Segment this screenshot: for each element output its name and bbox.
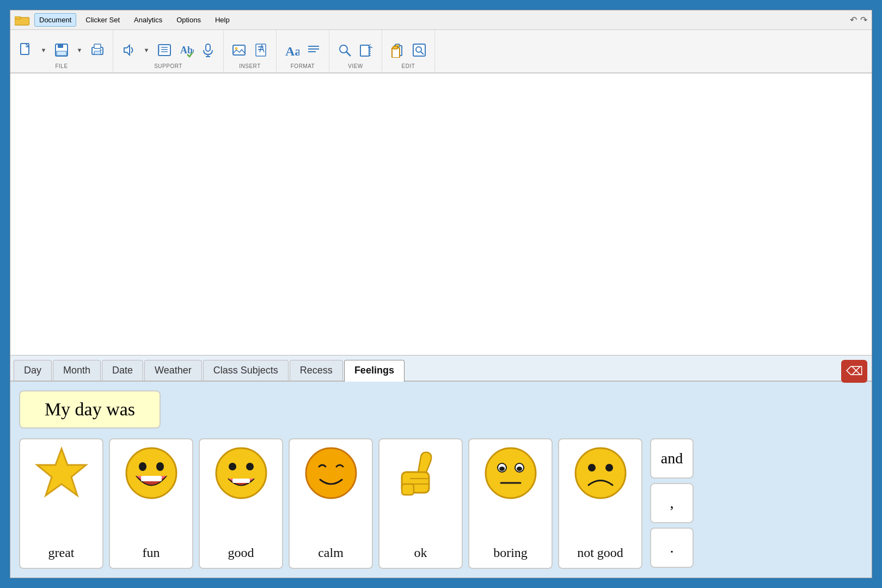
svg-point-49 [246, 463, 254, 470]
svg-line-32 [346, 52, 351, 56]
save-dropdown[interactable]: ▼ [74, 40, 85, 60]
feelings-grid: great [19, 438, 863, 569]
boring-label: boring [493, 546, 528, 560]
svg-rect-1 [15, 16, 21, 19]
save-button[interactable] [52, 40, 71, 60]
svg-rect-7 [94, 44, 101, 48]
search-button[interactable] [335, 40, 354, 60]
new-file-button[interactable] [16, 40, 35, 60]
app-window: Document Clicker Set Analytics Options H… [10, 10, 872, 578]
menu-help[interactable]: Help [210, 13, 235, 27]
feelings-panel: My day was great [10, 382, 872, 578]
toolbar-label-file: FILE [55, 63, 68, 69]
undo-button[interactable]: ↶ [850, 15, 857, 25]
great-emoji [34, 446, 89, 509]
menu-options[interactable]: Options [171, 13, 206, 27]
toolbar-label-support: SUPPORT [154, 63, 182, 69]
volume-dropdown[interactable]: ▼ [140, 40, 152, 60]
toolbar: ▼ ▼ FILE [10, 30, 872, 74]
tab-recess[interactable]: Recess [290, 360, 343, 381]
main-content-area[interactable] [10, 74, 872, 355]
tab-feelings[interactable]: Feelings [344, 360, 405, 382]
svg-text:Aa: Aa [285, 44, 299, 58]
feeling-card-good[interactable]: good [199, 438, 283, 569]
svg-point-45 [156, 462, 164, 471]
svg-point-63 [588, 464, 596, 471]
tab-date[interactable]: Date [102, 360, 143, 381]
toolbar-group-file: ▼ ▼ FILE [10, 30, 113, 72]
toolbar-group-format: Aa FORMAT [277, 30, 329, 72]
toolbar-label-insert: INSERT [239, 63, 261, 69]
tab-class-subjects[interactable]: Class Subjects [203, 360, 289, 381]
ok-emoji [394, 446, 448, 509]
feeling-card-boring[interactable]: boring [468, 438, 553, 569]
volume-button[interactable] [119, 40, 138, 60]
svg-point-47 [216, 448, 266, 498]
svg-marker-42 [37, 449, 86, 495]
svg-point-23 [235, 47, 238, 50]
tab-month[interactable]: Month [53, 360, 101, 381]
tabs-bar: Day Month Date Weather Class Subjects Re… [10, 356, 872, 382]
paste-button[interactable] [388, 40, 407, 60]
feeling-card-fun[interactable]: fun [109, 438, 193, 569]
toolbar-group-support: ▼ 1 2 3 Abc [113, 30, 224, 72]
svg-marker-10 [124, 45, 130, 55]
fun-label: fun [143, 546, 160, 560]
svg-rect-8 [94, 51, 101, 54]
symbol-period[interactable]: . [650, 528, 694, 568]
svg-point-44 [139, 462, 146, 471]
new-file-dropdown[interactable]: ▼ [38, 40, 50, 60]
svg-rect-11 [158, 45, 170, 56]
microphone-button[interactable] [198, 40, 218, 60]
good-label: good [228, 546, 254, 560]
svg-point-59 [499, 467, 505, 471]
calm-label: calm [318, 546, 344, 560]
svg-point-48 [229, 463, 236, 470]
find-button[interactable] [409, 40, 429, 60]
boring-emoji [483, 446, 538, 509]
svg-rect-22 [233, 45, 245, 55]
feeling-card-great[interactable]: great [19, 438, 103, 569]
symbol-cards: and , . [650, 438, 694, 568]
good-emoji [214, 446, 268, 509]
insert-image-button[interactable] [229, 40, 249, 60]
svg-point-60 [517, 467, 522, 471]
bottom-panel: Day Month Date Weather Class Subjects Re… [10, 355, 872, 578]
symbol-and[interactable]: and [650, 438, 694, 479]
menu-document[interactable]: Document [34, 13, 76, 27]
paragraph-button[interactable] [304, 40, 323, 60]
insert-text-button[interactable] [251, 40, 271, 60]
toolbar-group-insert: INSERT [224, 30, 277, 72]
ok-label: ok [414, 546, 427, 560]
font-size-button[interactable]: Aa [282, 40, 302, 60]
toolbar-group-edit: EDIT [382, 30, 435, 72]
delete-button[interactable]: ⌫ [841, 360, 867, 383]
folder-icon [15, 14, 30, 26]
feeling-card-not-good[interactable]: not good [558, 438, 642, 569]
menu-clicker-set[interactable]: Clicker Set [81, 13, 125, 27]
not-good-label: not good [577, 546, 623, 560]
resize-button[interactable] [357, 40, 376, 60]
feeling-card-calm[interactable]: calm [289, 438, 373, 569]
tab-weather[interactable]: Weather [144, 360, 202, 381]
svg-point-40 [416, 47, 421, 52]
svg-point-43 [126, 448, 176, 498]
symbol-comma[interactable]: , [650, 483, 694, 523]
toolbar-label-edit: EDIT [402, 63, 415, 69]
feeling-card-ok[interactable]: ok [378, 438, 463, 569]
tab-day[interactable]: Day [14, 360, 52, 381]
my-day-prompt: My day was [19, 390, 161, 428]
list-button[interactable]: 1 2 3 [155, 40, 174, 60]
svg-rect-4 [58, 44, 63, 48]
toolbar-label-format: FORMAT [291, 63, 315, 69]
svg-rect-33 [360, 45, 369, 56]
svg-point-9 [100, 50, 102, 51]
svg-point-56 [486, 448, 536, 498]
menu-analytics[interactable]: Analytics [129, 13, 167, 27]
print-button[interactable] [88, 40, 107, 60]
great-label: great [48, 546, 75, 560]
spellcheck-button[interactable]: Abc [176, 40, 196, 60]
svg-point-31 [340, 45, 347, 53]
redo-button[interactable]: ↷ [860, 15, 867, 25]
toolbar-label-view: VIEW [348, 63, 363, 69]
